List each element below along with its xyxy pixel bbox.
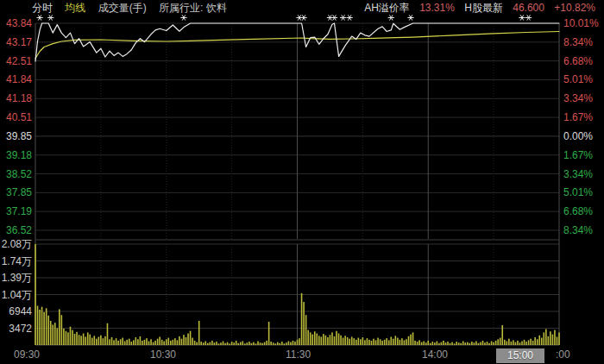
volume-bar bbox=[375, 340, 377, 345]
volume-bar bbox=[268, 322, 270, 345]
volume-bar bbox=[107, 323, 109, 345]
volume-bar bbox=[521, 342, 523, 345]
pct-axis-label: 1.67% bbox=[563, 149, 593, 161]
volume-bar bbox=[91, 338, 93, 345]
volume-bar bbox=[142, 341, 143, 345]
price-axis-label: 36.52 bbox=[6, 224, 32, 236]
volume-bar bbox=[364, 340, 366, 345]
volume-bar bbox=[174, 338, 176, 345]
volume-bar bbox=[122, 338, 123, 345]
price-axis-label: 42.51 bbox=[6, 55, 32, 67]
volume-bar bbox=[355, 340, 357, 345]
pct-axis-label: 8.34% bbox=[563, 36, 593, 48]
volume-bar bbox=[47, 316, 49, 345]
volume-bar bbox=[316, 334, 318, 345]
volume-bar bbox=[423, 342, 425, 345]
volume-bar bbox=[236, 341, 237, 345]
volume-bar bbox=[130, 342, 132, 345]
volume-bar bbox=[163, 342, 165, 345]
volume-bar bbox=[343, 338, 344, 345]
volume-axis-label: 2.08万 bbox=[2, 238, 32, 250]
limit-up-star-icon bbox=[37, 15, 43, 20]
volume-bar bbox=[61, 315, 63, 345]
volume-bar bbox=[288, 342, 290, 345]
volume-bar bbox=[323, 334, 324, 345]
volume-bar bbox=[475, 342, 477, 345]
time-cursor-label[interactable]: 15:00 bbox=[496, 348, 544, 363]
volume-bar bbox=[513, 340, 514, 345]
volume-bar bbox=[133, 340, 135, 345]
volume-bar bbox=[447, 342, 449, 345]
volume-bar bbox=[227, 342, 229, 345]
volume-bar bbox=[277, 342, 279, 345]
volume-bar bbox=[54, 323, 56, 345]
volume-bar bbox=[237, 343, 239, 345]
volume-bar bbox=[111, 337, 113, 345]
volume-bar bbox=[98, 336, 100, 345]
volume-bar bbox=[500, 338, 501, 345]
pct-axis-label: 5.01% bbox=[563, 73, 593, 85]
pct-axis-label: 1.67% bbox=[563, 111, 593, 123]
volume-bar bbox=[373, 339, 374, 345]
volume-bar bbox=[253, 342, 255, 345]
price-volume-chart-canvas[interactable]: 43.8410.01%43.178.34%42.516.68%41.845.01… bbox=[0, 0, 604, 364]
volume-bar bbox=[223, 342, 224, 345]
volume-bar bbox=[116, 338, 117, 345]
volume-bar bbox=[524, 340, 525, 345]
limit-up-star-icon bbox=[388, 15, 394, 20]
volume-bar bbox=[231, 342, 233, 345]
volume-bar bbox=[167, 338, 169, 345]
volume-bar bbox=[478, 343, 480, 345]
volume-bar bbox=[425, 342, 427, 345]
volume-bar bbox=[242, 342, 243, 345]
volume-bar bbox=[126, 340, 128, 345]
volume-bar bbox=[347, 337, 349, 345]
volume-bar bbox=[39, 310, 41, 345]
volume-bar bbox=[146, 338, 148, 345]
volume-bar bbox=[177, 340, 179, 345]
volume-bar bbox=[517, 341, 519, 345]
volume-bar bbox=[554, 330, 556, 345]
volume-bar bbox=[72, 330, 73, 345]
volume-axis-label: 6944 bbox=[9, 305, 32, 317]
volume-bar bbox=[224, 343, 226, 345]
volume-bar bbox=[508, 339, 510, 345]
volume-bar bbox=[530, 339, 532, 345]
volume-bar bbox=[377, 338, 379, 345]
pct-axis-label: 0.00% bbox=[563, 130, 593, 142]
volume-bar bbox=[190, 331, 192, 345]
volume-bar bbox=[458, 342, 460, 345]
volume-bar bbox=[558, 332, 560, 345]
volume-bar bbox=[113, 340, 115, 345]
volume-bar bbox=[297, 340, 299, 345]
volume-bar bbox=[432, 342, 434, 345]
volume-bar bbox=[270, 342, 272, 345]
volume-bar bbox=[410, 335, 412, 345]
volume-bar bbox=[198, 321, 200, 345]
volume-bar bbox=[456, 342, 457, 345]
volume-bar bbox=[384, 340, 386, 345]
volume-axis-label: 1.04万 bbox=[2, 289, 32, 301]
volume-bar bbox=[137, 339, 139, 345]
volume-bar bbox=[196, 342, 198, 345]
volume-bar bbox=[488, 343, 490, 345]
volume-bar bbox=[240, 342, 242, 345]
volume-bar bbox=[220, 342, 222, 345]
price-axis-label: 43.17 bbox=[6, 36, 32, 48]
volume-bar bbox=[286, 342, 287, 345]
volume-bar bbox=[368, 340, 370, 345]
volume-bar bbox=[194, 341, 196, 345]
limit-up-star-icon bbox=[180, 15, 186, 20]
volume-bar bbox=[100, 336, 102, 345]
volume-bar bbox=[528, 340, 530, 345]
time-label-1500-clipped: :00 bbox=[556, 348, 570, 361]
volume-bar bbox=[140, 336, 142, 345]
limit-up-star-icon bbox=[525, 15, 532, 20]
volume-bar bbox=[179, 336, 180, 345]
volume-bar bbox=[161, 340, 163, 345]
volume-bar bbox=[79, 335, 80, 345]
volume-bar bbox=[501, 325, 503, 345]
volume-axis-label: 3472 bbox=[9, 323, 32, 335]
limit-up-star-icon bbox=[301, 15, 307, 20]
volume-bar bbox=[76, 332, 78, 345]
